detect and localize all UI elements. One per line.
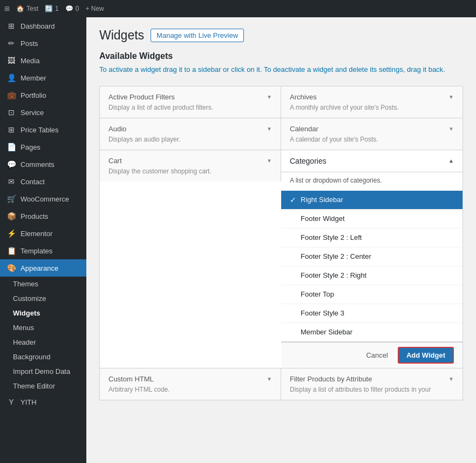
price-tables-icon: ⊞: [6, 125, 16, 134]
sidebar-item-member[interactable]: 👤 Member: [0, 69, 86, 86]
sidebar-label-yith: YITH: [21, 398, 37, 406]
dropdown-option-footer-style-3[interactable]: ✓ Footer Style 3: [281, 304, 463, 323]
site-name-item[interactable]: 🏠 Test: [16, 5, 38, 12]
sidebar-sub-widgets[interactable]: Widgets: [0, 306, 86, 320]
sidebar-label-media: Media: [21, 57, 39, 65]
widget-cell-custom-html[interactable]: Custom HTML ▼ Arbitrary HTML code.: [100, 368, 281, 400]
widget-desc-active-product-filters: Display a list of active product filters…: [108, 104, 272, 111]
sidebar-item-service[interactable]: ⊡ Service: [0, 104, 86, 121]
option-label-footer-style-2-center: Footer Style 2 : Center: [301, 252, 371, 260]
sidebar-item-woocommerce[interactable]: 🛒 WooCommerce: [0, 190, 86, 207]
sidebar-item-contact[interactable]: ✉ Contact: [0, 173, 86, 190]
widget-row-4: Custom HTML ▼ Arbitrary HTML code. Filte…: [100, 368, 463, 400]
sidebar-item-templates[interactable]: 📋 Templates: [0, 242, 86, 259]
live-preview-button[interactable]: Manage with Live Preview: [151, 29, 244, 42]
widget-cell-archives[interactable]: Archives ▼ A monthly archive of your sit…: [281, 86, 463, 118]
comments-icon: 💬: [65, 5, 73, 12]
widget-header-active-product-filters: Active Product Filters ▼: [108, 93, 272, 101]
pages-icon: 📄: [6, 143, 16, 151]
sidebar-sub-theme-editor[interactable]: Theme Editor: [0, 379, 86, 393]
sidebar-sub-import-demo[interactable]: Import Demo Data: [0, 364, 86, 379]
sidebar-item-elementor[interactable]: ⚡ Elementor: [0, 225, 86, 242]
dropdown-option-footer-widget[interactable]: ✓ Footer Widget: [281, 210, 463, 229]
sidebar-sub-customize[interactable]: Customize: [0, 291, 86, 306]
updates-item[interactable]: 🔄 1: [45, 5, 59, 12]
sidebar-label-dashboard: Dashboard: [21, 22, 55, 30]
widget-desc-cart: Display the customer shopping cart.: [108, 167, 272, 175]
widget-cell-active-product-filters[interactable]: Active Product Filters ▼ Display a list …: [100, 86, 281, 118]
home-icon: 🏠: [16, 5, 24, 12]
chevron-down-icon-custom-html: ▼: [267, 376, 272, 382]
sidebar-label-pages: Pages: [21, 143, 40, 151]
sidebar-item-products[interactable]: 📦 Products: [0, 207, 86, 225]
widget-desc-calendar: A calendar of your site's Posts.: [290, 136, 454, 143]
sidebar-item-comments[interactable]: 💬 Comments: [0, 156, 86, 173]
widget-cell-calendar[interactable]: Calendar ▼ A calendar of your site's Pos…: [281, 118, 463, 150]
dropdown-option-member-sidebar[interactable]: ✓ Member Sidebar: [281, 323, 463, 341]
sidebar-item-price-tables[interactable]: ⊞ Price Tables: [0, 121, 86, 138]
categories-widget-header[interactable]: Categories ▲: [281, 150, 463, 172]
widget-desc-filter-products: Display a list of attributes to filter p…: [290, 386, 454, 393]
sidebar-sub-label-widgets: Widgets: [13, 309, 40, 317]
widget-cell-audio[interactable]: Audio ▼ Displays an audio player.: [100, 118, 281, 150]
sidebar-sub-label-menus: Menus: [13, 324, 34, 332]
chevron-down-icon-archives: ▼: [448, 94, 454, 100]
updates-icon: 🔄: [45, 5, 53, 12]
option-label-right-sidebar: Right Sidebar: [301, 196, 343, 204]
option-label-footer-style-3: Footer Style 3: [301, 309, 344, 317]
sidebar-sub-header[interactable]: Header: [0, 335, 86, 350]
sidebar: ⊞ Dashboard ✏ Posts 🖼 Media 👤 Member 💼 P…: [0, 17, 86, 463]
dropdown-option-footer-style-2-center[interactable]: ✓ Footer Style 2 : Center: [281, 247, 463, 266]
sidebar-sub-themes[interactable]: Themes: [0, 277, 86, 291]
dropdown-option-footer-top[interactable]: ✓ Footer Top: [281, 285, 463, 304]
option-label-footer-style-2-right: Footer Style 2 : Right: [301, 271, 366, 279]
dropdown-option-footer-style-2-left[interactable]: ✓ Footer Style 2 : Left: [281, 229, 463, 247]
sidebar-label-appearance: Appearance: [21, 264, 58, 272]
sidebar-label-service: Service: [21, 109, 44, 117]
woocommerce-icon: 🛒: [6, 194, 16, 203]
sidebar-label-contact: Contact: [21, 178, 45, 186]
sidebar-item-portfolio[interactable]: 💼 Portfolio: [0, 86, 86, 104]
sidebar-item-media[interactable]: 🖼 Media: [0, 52, 86, 69]
check-icon: ✓: [290, 196, 296, 204]
widget-header-cart: Cart ▼: [108, 157, 272, 165]
widget-desc-archives: A monthly archive of your site's Posts.: [290, 104, 454, 111]
sidebar-item-dashboard[interactable]: ⊞ Dashboard: [0, 17, 86, 35]
widget-title-custom-html: Custom HTML: [108, 375, 154, 383]
comments-item[interactable]: 💬 0: [65, 5, 79, 12]
dropdown-option-right-sidebar[interactable]: ✓ Right Sidebar: [281, 191, 463, 210]
widget-footer-buttons: Cancel Add Widget: [281, 342, 463, 368]
widget-title-cart: Cart: [108, 157, 122, 165]
dashboard-icon: ⊞: [6, 22, 16, 30]
sidebar-sub-menus[interactable]: Menus: [0, 320, 86, 335]
sidebar-sub-label-customize: Customize: [13, 294, 46, 303]
sidebar-item-appearance[interactable]: 🎨 Appearance: [0, 259, 86, 277]
wp-logo-item[interactable]: ⊞: [4, 5, 10, 12]
add-widget-button[interactable]: Add Widget: [398, 347, 454, 364]
chevron-down-icon: ▼: [267, 94, 272, 100]
dropdown-option-footer-style-2-right[interactable]: ✓ Footer Style 2 : Right: [281, 266, 463, 285]
sidebar-item-posts[interactable]: ✏ Posts: [0, 35, 86, 52]
widget-cell-categories[interactable]: Categories ▲ A list or dropdown of categ…: [281, 150, 463, 368]
widget-title-archives: Archives: [290, 93, 317, 101]
sidebar-label-price-tables: Price Tables: [21, 126, 59, 134]
section-title: Available Widgets: [99, 51, 463, 61]
sidebar-sub-label-theme-editor: Theme Editor: [13, 382, 55, 390]
cancel-button[interactable]: Cancel: [361, 347, 393, 364]
widget-title-audio: Audio: [108, 125, 126, 133]
widget-title-calendar: Calendar: [290, 125, 318, 133]
sidebar-sub-background[interactable]: Background: [0, 350, 86, 364]
widget-cell-filter-products[interactable]: Filter Products by Attribute ▼ Display a…: [281, 368, 463, 400]
contact-icon: ✉: [6, 177, 16, 186]
sidebar-item-yith[interactable]: Y YITH: [0, 393, 86, 411]
chevron-up-icon: ▲: [448, 158, 454, 164]
widget-cell-cart[interactable]: Cart ▼ Display the customer shopping car…: [100, 150, 281, 182]
products-icon: 📦: [6, 212, 16, 220]
sidebar-item-pages[interactable]: 📄 Pages: [0, 138, 86, 156]
widget-desc-custom-html: Arbitrary HTML code.: [108, 386, 272, 393]
categories-dropdown-list[interactable]: ✓ Right Sidebar ✓ Footer Widget ✓ Footer…: [281, 191, 463, 342]
admin-bar: ⊞ 🏠 Test 🔄 1 💬 0 + New: [0, 0, 476, 17]
new-item[interactable]: + New: [85, 5, 104, 12]
sidebar-label-posts: Posts: [21, 39, 38, 48]
media-icon: 🖼: [6, 56, 16, 65]
